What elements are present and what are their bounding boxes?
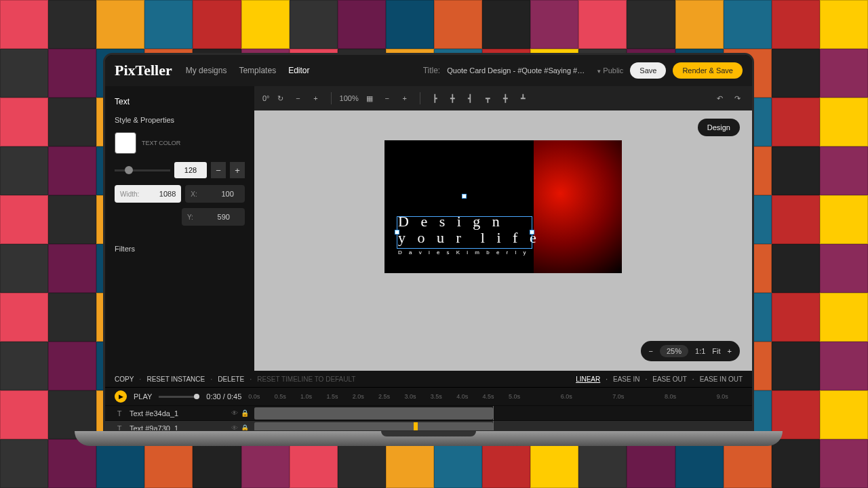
- play-label: PLAY: [134, 392, 152, 401]
- ease-in[interactable]: EASE IN: [613, 375, 639, 383]
- nav-editor[interactable]: Editor: [288, 66, 309, 75]
- text-color-label: TEXT COLOR: [142, 140, 180, 146]
- redo-icon[interactable]: ↷: [730, 92, 744, 105]
- ease-in-out[interactable]: EASE IN OUT: [700, 375, 743, 383]
- play-button[interactable]: ▶: [115, 390, 127, 403]
- rotate-icon[interactable]: ↻: [274, 92, 288, 105]
- canvas-portrait: [534, 140, 622, 273]
- timeline-reset-default[interactable]: RESET TIMELINE TO DEFAULT: [257, 375, 355, 383]
- timeline-panel: COPY· RESET INSTANCE· DELETE· RESET TIME…: [105, 371, 752, 432]
- nav-my-designs[interactable]: My designs: [186, 66, 227, 75]
- laptop-screen: PixTeller My designs Templates Editor Ti…: [103, 53, 754, 432]
- rot-minus[interactable]: −: [292, 92, 305, 105]
- undo-icon[interactable]: ↶: [713, 92, 726, 105]
- ease-out[interactable]: EASE OUT: [652, 375, 687, 383]
- visibility-dropdown[interactable]: Public: [596, 66, 623, 75]
- properties-sidebar: Text Style & Properties TEXT COLOR − + W…: [105, 86, 254, 371]
- save-button[interactable]: Save: [630, 62, 666, 79]
- zoom-control: − 25% 1:1 Fit +: [641, 341, 740, 361]
- align-center-h-icon[interactable]: ╋: [446, 92, 460, 105]
- align-center-v-icon[interactable]: ╋: [499, 92, 513, 105]
- align-top-icon[interactable]: ┳: [481, 92, 495, 105]
- time-display: 0:30 / 0:45: [206, 392, 241, 401]
- timeline-layer-row[interactable]: TText #e34da_1👁🔒: [105, 405, 752, 420]
- sidebar-style-heading: Style & Properties: [105, 112, 254, 128]
- width-input[interactable]: [144, 190, 181, 198]
- timeline-reset-instance[interactable]: RESET INSTANCE: [146, 375, 205, 383]
- title-input[interactable]: [447, 66, 589, 75]
- zoom-plus[interactable]: +: [398, 92, 412, 105]
- canvas-sub-text[interactable]: D a v i e s K i m b e r l y: [398, 249, 528, 256]
- align-left-icon[interactable]: ┣: [429, 92, 442, 105]
- text-color-swatch[interactable]: [115, 132, 136, 154]
- opacity-plus[interactable]: +: [230, 162, 245, 178]
- opacity-slider[interactable]: [115, 169, 170, 171]
- x-input[interactable]: [203, 190, 239, 198]
- rotation-value[interactable]: 0°: [262, 94, 270, 102]
- nav-templates[interactable]: Templates: [239, 66, 276, 75]
- layer-type-icon: T: [115, 409, 124, 418]
- timeline-copy[interactable]: COPY: [115, 375, 134, 383]
- width-label: Width:: [115, 190, 144, 198]
- canvas-viewport[interactable]: Design D e s i g n y o u r l i f e D a v…: [254, 110, 752, 371]
- zoom-out-icon[interactable]: −: [649, 347, 653, 355]
- sidebar-filters-heading[interactable]: Filters: [105, 241, 254, 257]
- title-label: Title:: [423, 66, 441, 75]
- align-bottom-icon[interactable]: ┻: [517, 92, 530, 105]
- zoom-11[interactable]: 1:1: [695, 347, 705, 355]
- canvas-main-text[interactable]: D e s i g n y o u r l i f e: [398, 214, 540, 246]
- opacity-input[interactable]: [174, 162, 207, 178]
- zoom-fit[interactable]: Fit: [712, 347, 720, 355]
- sidebar-text-heading[interactable]: Text: [105, 92, 254, 112]
- transparency-icon[interactable]: ▦: [363, 92, 376, 105]
- zoom-value[interactable]: 100%: [340, 94, 359, 102]
- layer-name: Text #e34da_1: [130, 409, 178, 418]
- rot-plus[interactable]: +: [309, 92, 323, 105]
- lock-icon[interactable]: 🔒: [241, 409, 249, 417]
- scrub-slider[interactable]: [159, 396, 199, 398]
- design-canvas[interactable]: D e s i g n y o u r l i f e D a v i e s …: [384, 140, 622, 273]
- laptop-base: [75, 431, 783, 446]
- zoom-minus[interactable]: −: [380, 92, 394, 105]
- y-input[interactable]: [199, 213, 235, 221]
- canvas-toolbar: 0° ↻ − + 100% ▦ − + ┣ ╋ ┫ ┳ ╋ ┻ ↶ ↷: [254, 86, 752, 110]
- opacity-minus[interactable]: −: [211, 162, 226, 178]
- visibility-icon[interactable]: 👁: [231, 409, 238, 417]
- design-tag[interactable]: Design: [698, 119, 740, 136]
- zoom-percent[interactable]: 25%: [660, 345, 688, 357]
- brand-logo: PixTeller: [115, 62, 172, 79]
- align-right-icon[interactable]: ┫: [464, 92, 477, 105]
- x-label: X:: [185, 190, 202, 198]
- timeline-ruler[interactable]: 0.0s0.5s1.0s1.5s2.0s2.5s3.0s3.5s4.0s4.5s…: [248, 393, 743, 400]
- top-bar: PixTeller My designs Templates Editor Ti…: [105, 55, 752, 86]
- ease-linear[interactable]: LINEAR: [576, 375, 600, 383]
- zoom-in-icon[interactable]: +: [728, 347, 732, 355]
- y-label: Y:: [182, 214, 199, 221]
- render-save-button[interactable]: Render & Save: [673, 62, 743, 79]
- timeline-delete[interactable]: DELETE: [218, 375, 244, 383]
